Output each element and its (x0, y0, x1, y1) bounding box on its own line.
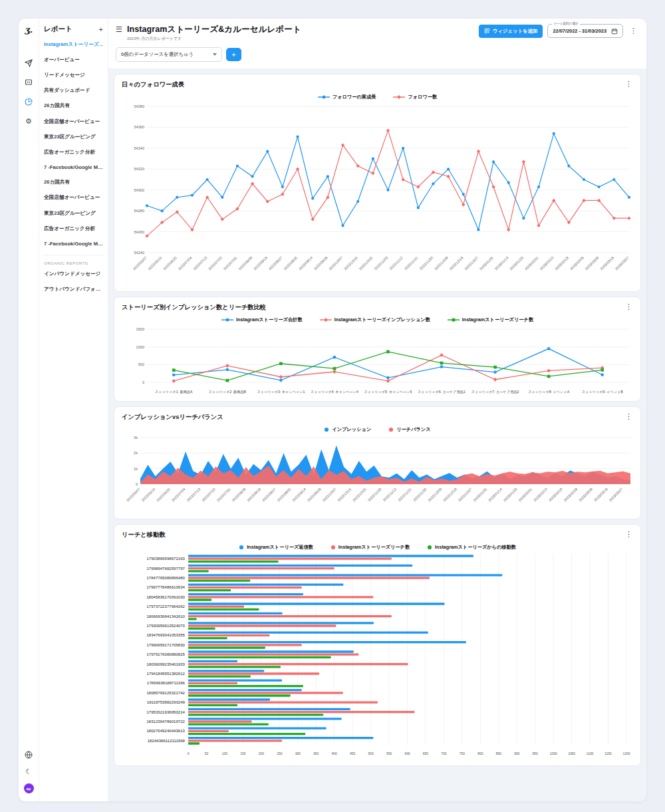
sidebar-item[interactable]: 広告オーガニック分析 (43, 221, 104, 236)
date-range-value: 22/07/2022 - 31/03/2023 (553, 28, 606, 34)
svg-text:2023/02/19: 2023/02/19 (548, 487, 563, 502)
svg-text:2022/08/27: 2022/08/27 (268, 255, 283, 271)
svg-text:1100: 1100 (587, 752, 594, 755)
svg-text:ストーリーズ8: イベントA: ストーリーズ8: イベントA (528, 390, 570, 394)
svg-text:400: 400 (332, 752, 337, 755)
svg-text:ストーリーズ9: イベントB: ストーリーズ9: イベントB (582, 390, 624, 394)
legend-item[interactable]: フォロワー数 (393, 94, 437, 100)
sidebar-item[interactable]: 7 -Facebook/Google My... (43, 236, 104, 251)
legend-item[interactable]: フォロワーの実成長 (318, 94, 376, 100)
sidebar-item[interactable]: リードメッセージ (43, 67, 104, 82)
card-title: インプレッションvsリーチバランス (122, 413, 633, 422)
sidebar-title: レポート (44, 25, 72, 34)
svg-text:ストーリーズ2: 新商品B: ストーリーズ2: 新商品B (209, 390, 247, 394)
svg-text:2022/07/04: 2022/07/04 (171, 487, 186, 502)
sidebar-item[interactable]: 26カ国共有 (43, 98, 104, 114)
svg-text:2023/02/10: 2023/02/10 (539, 255, 554, 271)
legend-item[interactable]: Instagramストーリーズ返信数 (239, 544, 313, 551)
svg-text:17930959913524073: 17930959913524073 (146, 623, 185, 628)
svg-text:2022/12/18: 2022/12/18 (442, 487, 458, 502)
send-icon[interactable] (24, 59, 33, 68)
sidebar-item[interactable]: アウトバウンドパフォーマンス (43, 282, 104, 297)
chart-legend: インプレッションリーチバランス (122, 426, 633, 433)
moon-icon[interactable]: ☾ (24, 767, 33, 776)
svg-text:2022/10/07: 2022/10/07 (328, 255, 343, 271)
card-title: 日々のフォロワー成長 (122, 80, 633, 89)
legend-item[interactable]: Instagramストーリーズからの移動数 (427, 544, 516, 551)
svg-text:1000: 1000 (136, 345, 144, 349)
svg-text:18347693041053355: 18347693041053355 (146, 632, 185, 637)
sidebar-item[interactable]: 26カ国共有 (43, 175, 104, 190)
svg-text:18085769125321742: 18085769125321742 (146, 690, 185, 695)
card-menu-icon[interactable]: ⋮ (623, 80, 634, 88)
svg-text:2022/06/07: 2022/06/07 (126, 487, 141, 502)
legend-item[interactable]: Instagramストーリーズインプレッション数 (320, 317, 430, 323)
legend-item[interactable]: Instagramストーリーズリーチ数 (331, 544, 410, 551)
sidebar-item[interactable]: 共有ダッシュボード (43, 83, 104, 98)
svg-text:2022/08/09: 2022/08/09 (237, 255, 253, 271)
app-panel: ʒ. ⚙ ☾ ap レポート + Instagramストー (19, 19, 646, 801)
date-range-picker[interactable]: データ期間の選択 22/07/2022 - 31/03/2023 (547, 24, 623, 38)
sidebar-item[interactable]: 7 -Facebook/Google My... (43, 160, 104, 175)
svg-text:2022/10/07: 2022/10/07 (322, 487, 337, 502)
sidebar-item[interactable]: 広告オーガニック分析 (43, 144, 104, 160)
svg-text:50: 50 (205, 752, 209, 755)
svg-text:300: 300 (295, 752, 301, 755)
sidebar-item[interactable]: 東京23区グルーピング (43, 205, 104, 221)
svg-text:250: 250 (277, 752, 282, 755)
inbox-icon[interactable] (24, 78, 33, 87)
sidebar-item[interactable]: 全国店舗オーバービュー (43, 114, 104, 129)
sidebar-item[interactable]: オーバービュー (43, 52, 104, 67)
card-menu-icon[interactable]: ⋮ (623, 412, 634, 421)
legend-item[interactable]: Instagramストーリーズリーチ数 (448, 317, 533, 323)
header-menu-icon[interactable]: ⋮ (628, 27, 639, 35)
legend-item[interactable]: リーチバランス (388, 426, 430, 433)
legend-item[interactable]: Instagramストーリーズ合計数 (221, 317, 303, 323)
svg-text:1500: 1500 (136, 327, 144, 331)
card-menu-icon[interactable]: ⋮ (623, 530, 634, 539)
card-impressions-vs-reach-by-story: ストーリーズ別インプレッション数とリーチ数比較 ⋮ Instagramストーリー… (114, 297, 641, 402)
sidebar-item[interactable]: 全国店舗オーバービュー (43, 190, 104, 205)
svg-text:18045836170391030: 18045836170391030 (146, 595, 185, 599)
sidebar-item[interactable]: 東京23区グルーピング (43, 129, 104, 144)
legend-label: フォロワー数 (408, 94, 437, 100)
legend-marker-icon (393, 94, 405, 100)
add-widget-button[interactable]: ウィジェットを追加 (479, 25, 543, 38)
svg-text:2022/06/25: 2022/06/25 (156, 487, 171, 502)
chart-legend: Instagramストーリーズ返信数Instagramストーリーズリーチ数Ins… (122, 544, 633, 551)
svg-text:150: 150 (240, 752, 245, 755)
sidebar-item[interactable]: インバウンドメッセージ (43, 267, 104, 282)
svg-text:1000: 1000 (550, 752, 557, 755)
svg-text:2022/12/27: 2022/12/27 (458, 487, 473, 502)
svg-text:550: 550 (386, 752, 392, 755)
svg-text:2023/01/05: 2023/01/05 (472, 487, 487, 502)
card-menu-icon[interactable]: ⋮ (623, 303, 634, 311)
svg-text:2023/01/23: 2023/01/23 (509, 255, 524, 271)
pie-chart-icon[interactable] (24, 97, 33, 106)
icon-rail: ʒ. ⚙ ☾ ap (19, 19, 39, 801)
svg-text:2022/12/09: 2022/12/09 (427, 487, 442, 502)
legend-item[interactable]: インプレッション (324, 426, 371, 433)
svg-text:100: 100 (222, 752, 227, 755)
svg-text:54300: 54300 (134, 188, 144, 192)
svg-text:17998947682597797: 17998947682597797 (146, 566, 185, 571)
add-report-button[interactable]: + (99, 26, 103, 33)
datasource-select-value: 6個のデータソースを選択ちゅう (121, 51, 194, 58)
avatar[interactable]: ap (24, 783, 34, 793)
svg-text:17953321936950214: 17953321936950214 (146, 710, 185, 714)
datasource-select[interactable]: 6個のデータソースを選択ちゅう (116, 47, 222, 62)
svg-text:2022/07/22: 2022/07/22 (201, 487, 216, 502)
svg-text:2022/09/05: 2022/09/05 (276, 487, 291, 502)
hamburger-icon[interactable]: ☰ (116, 25, 122, 34)
main-area: ☰ Instagramストーリーズ&カルーセルレポート 2023年-月の月次レポ… (108, 19, 646, 801)
svg-text:3k: 3k (134, 436, 138, 440)
svg-text:2023/01/05: 2023/01/05 (479, 255, 494, 271)
svg-text:500: 500 (368, 752, 373, 755)
svg-text:17847765080896480: 17847765080896480 (146, 575, 185, 580)
svg-text:2022/11/12: 2022/11/12 (382, 487, 397, 502)
gear-icon[interactable]: ⚙ (24, 116, 33, 126)
sidebar-item[interactable]: Instagramストーリーズ... (43, 37, 104, 52)
globe-icon[interactable] (24, 750, 33, 759)
add-datasource-button[interactable]: + (226, 48, 241, 61)
brand-logo: ʒ. (25, 25, 33, 35)
